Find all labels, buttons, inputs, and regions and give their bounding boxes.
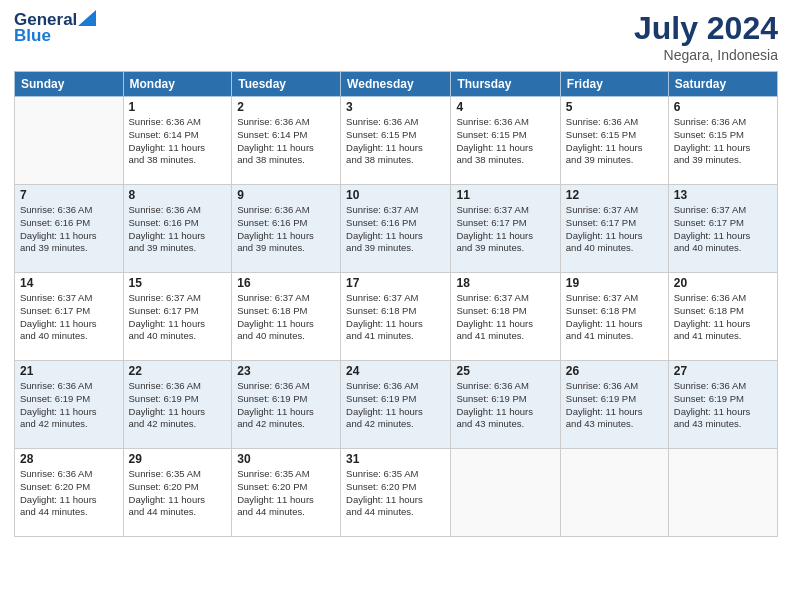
day-number: 14: [20, 276, 118, 290]
day-info: Sunrise: 6:36 AM Sunset: 6:15 PM Dayligh…: [674, 116, 772, 167]
calendar-cell: 22Sunrise: 6:36 AM Sunset: 6:19 PM Dayli…: [123, 361, 232, 449]
calendar-cell: 27Sunrise: 6:36 AM Sunset: 6:19 PM Dayli…: [668, 361, 777, 449]
day-number: 24: [346, 364, 445, 378]
calendar-cell: 16Sunrise: 6:37 AM Sunset: 6:18 PM Dayli…: [232, 273, 341, 361]
day-info: Sunrise: 6:37 AM Sunset: 6:18 PM Dayligh…: [456, 292, 554, 343]
day-info: Sunrise: 6:37 AM Sunset: 6:17 PM Dayligh…: [20, 292, 118, 343]
th-sunday: Sunday: [15, 72, 124, 97]
calendar-row-1: 1Sunrise: 6:36 AM Sunset: 6:14 PM Daylig…: [15, 97, 778, 185]
calendar-cell: 7Sunrise: 6:36 AM Sunset: 6:16 PM Daylig…: [15, 185, 124, 273]
header: General Blue July 2024 Negara, Indonesia: [14, 10, 778, 63]
day-number: 5: [566, 100, 663, 114]
calendar-cell: [15, 97, 124, 185]
day-info: Sunrise: 6:36 AM Sunset: 6:15 PM Dayligh…: [346, 116, 445, 167]
calendar-cell: 2Sunrise: 6:36 AM Sunset: 6:14 PM Daylig…: [232, 97, 341, 185]
calendar-cell: [451, 449, 560, 537]
calendar-cell: 4Sunrise: 6:36 AM Sunset: 6:15 PM Daylig…: [451, 97, 560, 185]
calendar-cell: 10Sunrise: 6:37 AM Sunset: 6:16 PM Dayli…: [341, 185, 451, 273]
day-info: Sunrise: 6:35 AM Sunset: 6:20 PM Dayligh…: [129, 468, 227, 519]
day-info: Sunrise: 6:37 AM Sunset: 6:17 PM Dayligh…: [674, 204, 772, 255]
th-saturday: Saturday: [668, 72, 777, 97]
calendar-cell: 23Sunrise: 6:36 AM Sunset: 6:19 PM Dayli…: [232, 361, 341, 449]
th-friday: Friday: [560, 72, 668, 97]
day-info: Sunrise: 6:37 AM Sunset: 6:18 PM Dayligh…: [566, 292, 663, 343]
day-info: Sunrise: 6:36 AM Sunset: 6:19 PM Dayligh…: [566, 380, 663, 431]
day-info: Sunrise: 6:36 AM Sunset: 6:19 PM Dayligh…: [346, 380, 445, 431]
day-number: 23: [237, 364, 335, 378]
day-info: Sunrise: 6:36 AM Sunset: 6:15 PM Dayligh…: [456, 116, 554, 167]
month-title: July 2024: [634, 10, 778, 47]
th-thursday: Thursday: [451, 72, 560, 97]
calendar-row-4: 21Sunrise: 6:36 AM Sunset: 6:19 PM Dayli…: [15, 361, 778, 449]
calendar-row-5: 28Sunrise: 6:36 AM Sunset: 6:20 PM Dayli…: [15, 449, 778, 537]
day-number: 3: [346, 100, 445, 114]
calendar-cell: 20Sunrise: 6:36 AM Sunset: 6:18 PM Dayli…: [668, 273, 777, 361]
day-number: 1: [129, 100, 227, 114]
day-number: 18: [456, 276, 554, 290]
th-tuesday: Tuesday: [232, 72, 341, 97]
calendar-cell: 15Sunrise: 6:37 AM Sunset: 6:17 PM Dayli…: [123, 273, 232, 361]
day-number: 11: [456, 188, 554, 202]
day-number: 12: [566, 188, 663, 202]
day-info: Sunrise: 6:36 AM Sunset: 6:19 PM Dayligh…: [456, 380, 554, 431]
calendar-table: Sunday Monday Tuesday Wednesday Thursday…: [14, 71, 778, 537]
day-number: 2: [237, 100, 335, 114]
day-number: 10: [346, 188, 445, 202]
day-number: 15: [129, 276, 227, 290]
title-section: July 2024 Negara, Indonesia: [634, 10, 778, 63]
day-info: Sunrise: 6:36 AM Sunset: 6:14 PM Dayligh…: [129, 116, 227, 167]
calendar-cell: 11Sunrise: 6:37 AM Sunset: 6:17 PM Dayli…: [451, 185, 560, 273]
day-number: 26: [566, 364, 663, 378]
day-info: Sunrise: 6:37 AM Sunset: 6:17 PM Dayligh…: [129, 292, 227, 343]
day-info: Sunrise: 6:36 AM Sunset: 6:16 PM Dayligh…: [20, 204, 118, 255]
calendar-cell: [668, 449, 777, 537]
calendar-container: General Blue July 2024 Negara, Indonesia…: [0, 0, 792, 612]
calendar-cell: 17Sunrise: 6:37 AM Sunset: 6:18 PM Dayli…: [341, 273, 451, 361]
day-info: Sunrise: 6:36 AM Sunset: 6:16 PM Dayligh…: [237, 204, 335, 255]
day-info: Sunrise: 6:36 AM Sunset: 6:19 PM Dayligh…: [20, 380, 118, 431]
day-number: 19: [566, 276, 663, 290]
calendar-cell: 13Sunrise: 6:37 AM Sunset: 6:17 PM Dayli…: [668, 185, 777, 273]
day-info: Sunrise: 6:36 AM Sunset: 6:20 PM Dayligh…: [20, 468, 118, 519]
calendar-cell: 5Sunrise: 6:36 AM Sunset: 6:15 PM Daylig…: [560, 97, 668, 185]
day-number: 29: [129, 452, 227, 466]
day-number: 25: [456, 364, 554, 378]
calendar-cell: 1Sunrise: 6:36 AM Sunset: 6:14 PM Daylig…: [123, 97, 232, 185]
day-number: 30: [237, 452, 335, 466]
calendar-cell: 29Sunrise: 6:35 AM Sunset: 6:20 PM Dayli…: [123, 449, 232, 537]
calendar-cell: 3Sunrise: 6:36 AM Sunset: 6:15 PM Daylig…: [341, 97, 451, 185]
day-info: Sunrise: 6:37 AM Sunset: 6:18 PM Dayligh…: [346, 292, 445, 343]
day-info: Sunrise: 6:37 AM Sunset: 6:18 PM Dayligh…: [237, 292, 335, 343]
calendar-cell: 14Sunrise: 6:37 AM Sunset: 6:17 PM Dayli…: [15, 273, 124, 361]
day-info: Sunrise: 6:36 AM Sunset: 6:14 PM Dayligh…: [237, 116, 335, 167]
calendar-cell: 24Sunrise: 6:36 AM Sunset: 6:19 PM Dayli…: [341, 361, 451, 449]
calendar-cell: 30Sunrise: 6:35 AM Sunset: 6:20 PM Dayli…: [232, 449, 341, 537]
calendar-row-3: 14Sunrise: 6:37 AM Sunset: 6:17 PM Dayli…: [15, 273, 778, 361]
calendar-cell: 18Sunrise: 6:37 AM Sunset: 6:18 PM Dayli…: [451, 273, 560, 361]
day-number: 4: [456, 100, 554, 114]
day-info: Sunrise: 6:36 AM Sunset: 6:19 PM Dayligh…: [129, 380, 227, 431]
calendar-cell: 12Sunrise: 6:37 AM Sunset: 6:17 PM Dayli…: [560, 185, 668, 273]
day-number: 22: [129, 364, 227, 378]
day-number: 7: [20, 188, 118, 202]
calendar-cell: 28Sunrise: 6:36 AM Sunset: 6:20 PM Dayli…: [15, 449, 124, 537]
calendar-row-2: 7Sunrise: 6:36 AM Sunset: 6:16 PM Daylig…: [15, 185, 778, 273]
day-info: Sunrise: 6:37 AM Sunset: 6:16 PM Dayligh…: [346, 204, 445, 255]
day-info: Sunrise: 6:37 AM Sunset: 6:17 PM Dayligh…: [566, 204, 663, 255]
calendar-cell: 19Sunrise: 6:37 AM Sunset: 6:18 PM Dayli…: [560, 273, 668, 361]
logo-icon: [78, 10, 96, 26]
logo: General Blue: [14, 10, 96, 46]
day-info: Sunrise: 6:35 AM Sunset: 6:20 PM Dayligh…: [237, 468, 335, 519]
logo-blue: Blue: [14, 26, 51, 46]
th-wednesday: Wednesday: [341, 72, 451, 97]
day-number: 8: [129, 188, 227, 202]
day-number: 13: [674, 188, 772, 202]
day-info: Sunrise: 6:35 AM Sunset: 6:20 PM Dayligh…: [346, 468, 445, 519]
calendar-cell: 25Sunrise: 6:36 AM Sunset: 6:19 PM Dayli…: [451, 361, 560, 449]
calendar-cell: 8Sunrise: 6:36 AM Sunset: 6:16 PM Daylig…: [123, 185, 232, 273]
calendar-cell: 6Sunrise: 6:36 AM Sunset: 6:15 PM Daylig…: [668, 97, 777, 185]
day-number: 31: [346, 452, 445, 466]
day-number: 17: [346, 276, 445, 290]
day-number: 21: [20, 364, 118, 378]
day-info: Sunrise: 6:36 AM Sunset: 6:18 PM Dayligh…: [674, 292, 772, 343]
